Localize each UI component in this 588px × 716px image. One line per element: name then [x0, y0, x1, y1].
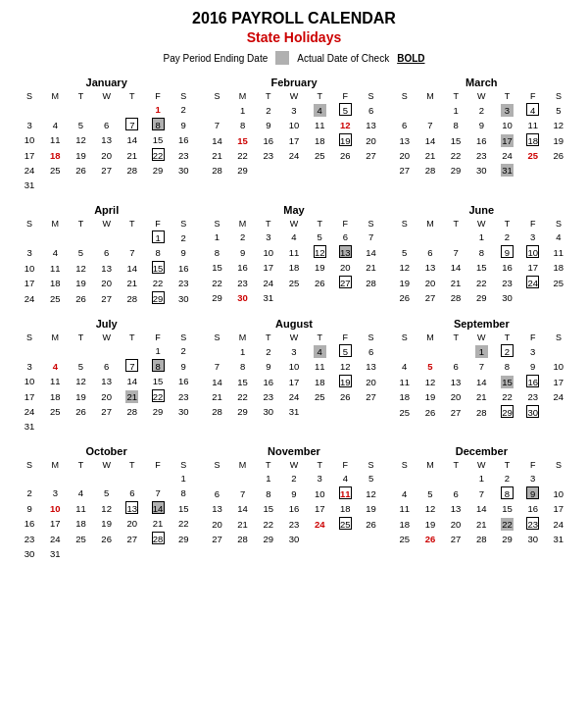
- week-row: 19202122232425: [392, 275, 571, 290]
- day-cell: 16: [468, 132, 494, 148]
- day-number: 20: [423, 277, 436, 289]
- week-row: 24252627282930: [17, 404, 196, 419]
- week-row: 1234: [392, 230, 571, 244]
- day-cell: 26: [94, 531, 120, 546]
- day-cell: 22: [494, 516, 519, 532]
- day-cell: 24: [17, 404, 42, 419]
- day-number: 12: [365, 487, 377, 500]
- week-row: 12: [17, 102, 196, 117]
- day-cell: [68, 546, 93, 561]
- day-cell: 11: [281, 244, 307, 260]
- week-row: 10111213141516: [17, 374, 196, 388]
- day-cell: 25: [307, 148, 332, 163]
- day-cell: 28: [230, 532, 256, 546]
- week-row: 13141516171819: [392, 132, 571, 148]
- day-cell: 25: [392, 404, 417, 420]
- day-number: 12: [339, 119, 352, 131]
- day-header: T: [443, 332, 468, 343]
- day-number: 4: [314, 104, 326, 117]
- day-cell: [358, 404, 383, 419]
- day-cell: 1: [145, 102, 171, 117]
- day-number: 15: [236, 376, 249, 388]
- day-cell: 21: [204, 389, 229, 404]
- day-cell: 5: [332, 102, 358, 118]
- day-cell: 11: [392, 501, 417, 516]
- day-header: F: [520, 90, 546, 102]
- day-cell: 28: [468, 404, 494, 420]
- day-number: 2: [501, 230, 514, 243]
- day-cell: 21: [145, 516, 171, 531]
- day-cell: 26: [332, 148, 358, 163]
- month-april: AprilSMTWTFS1234567891011121314151617181…: [15, 202, 198, 308]
- day-cell: 7: [204, 118, 229, 132]
- day-cell: 27: [204, 532, 229, 546]
- day-cell: 3: [17, 358, 42, 374]
- day-number: 19: [100, 517, 113, 530]
- day-cell: 12: [68, 132, 93, 147]
- day-header: T: [256, 459, 281, 471]
- week-row: 21222324252627: [204, 148, 383, 163]
- day-cell: [171, 419, 196, 434]
- week-row: 9101112131415: [17, 500, 196, 516]
- day-cell: [417, 471, 443, 486]
- day-cell: 10: [281, 118, 307, 132]
- day-number: 27: [100, 405, 113, 418]
- day-header: S: [392, 332, 417, 343]
- day-number: 18: [74, 517, 87, 530]
- day-cell: 20: [358, 374, 383, 389]
- day-number: 22: [475, 277, 488, 289]
- day-cell: 15: [468, 260, 494, 275]
- day-cell: [94, 343, 120, 358]
- day-cell: 27: [392, 163, 417, 178]
- day-number: 18: [398, 390, 411, 403]
- day-number: 14: [211, 376, 223, 388]
- day-cell: 5: [417, 486, 443, 501]
- day-header: S: [358, 459, 383, 471]
- day-cell: 26: [307, 275, 332, 290]
- day-cell: 19: [358, 501, 383, 516]
- day-cell: 23: [171, 147, 196, 163]
- day-number: 14: [125, 133, 138, 146]
- day-number: 4: [314, 345, 326, 358]
- day-number: 5: [74, 246, 87, 259]
- day-header: T: [494, 459, 519, 471]
- day-number: 21: [475, 390, 488, 403]
- day-header: S: [171, 459, 196, 471]
- day-number: 7: [211, 119, 223, 131]
- day-header: W: [468, 90, 494, 102]
- day-cell: [68, 178, 93, 192]
- day-cell: 9: [256, 359, 281, 374]
- day-cell: 23: [494, 275, 519, 290]
- day-header: T: [120, 332, 145, 343]
- day-cell: 15: [230, 132, 256, 148]
- week-row: 18192021222324: [392, 516, 571, 532]
- day-cell: 27: [94, 163, 120, 178]
- week-row: 22232425262728: [204, 275, 383, 290]
- day-number: 31: [262, 291, 274, 304]
- day-number: 2: [501, 344, 514, 357]
- day-number: 26: [339, 149, 352, 162]
- day-number: 29: [152, 164, 165, 177]
- day-cell: 10: [546, 359, 571, 374]
- day-cell: 30: [171, 290, 196, 306]
- day-number: 31: [501, 164, 514, 177]
- day-number: 9: [262, 119, 274, 131]
- day-number: 19: [552, 134, 564, 147]
- day-cell: 26: [392, 290, 417, 305]
- day-cell: 24: [520, 275, 546, 290]
- day-number: 24: [552, 518, 564, 531]
- day-cell: 4: [546, 230, 571, 244]
- day-cell: 7: [120, 117, 145, 132]
- day-number: 3: [24, 246, 36, 259]
- month-title: August: [204, 318, 383, 330]
- day-cell: 15: [494, 501, 519, 516]
- day-number: 31: [552, 533, 564, 545]
- day-number: 13: [100, 262, 113, 275]
- day-cell: 13: [358, 118, 383, 132]
- day-header: S: [546, 90, 571, 102]
- week-row: 20212223242526: [392, 148, 571, 163]
- month-title: September: [392, 318, 571, 330]
- day-cell: 13: [392, 132, 417, 148]
- day-number: 4: [398, 360, 411, 373]
- day-number: 26: [74, 405, 87, 418]
